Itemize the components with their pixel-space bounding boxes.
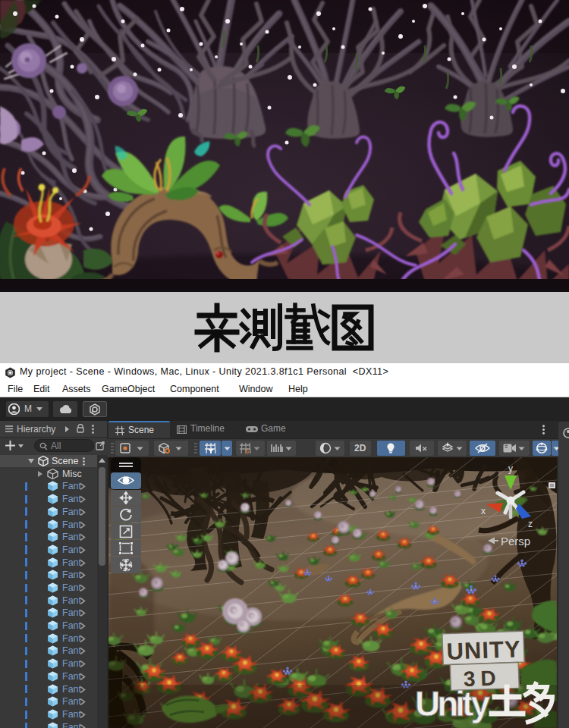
svg-text:z: z bbox=[528, 519, 533, 529]
svg-text:Unity: Unity bbox=[415, 684, 490, 723]
svg-text:Persp: Persp bbox=[501, 535, 530, 548]
svg-text:5: 5 bbox=[245, 447, 249, 454]
svg-text:x: x bbox=[481, 506, 486, 516]
svg-text:UNITY: UNITY bbox=[446, 635, 520, 664]
svg-text:y: y bbox=[508, 463, 513, 474]
